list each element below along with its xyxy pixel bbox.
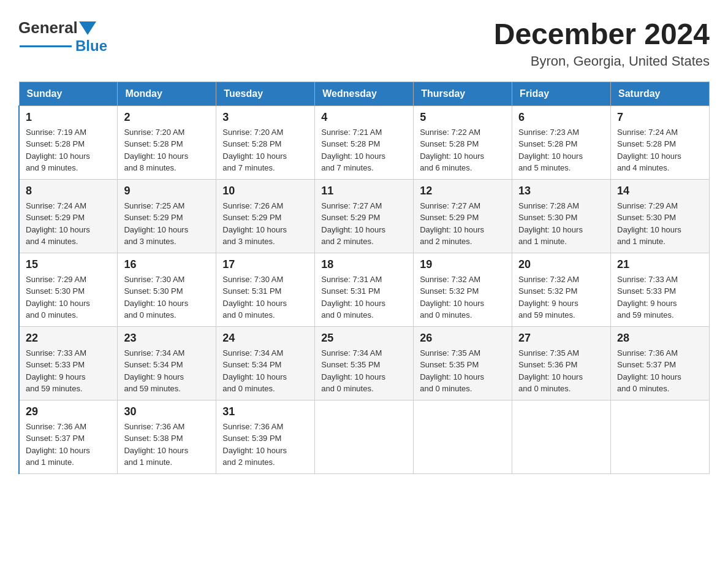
calendar-day-cell: 13Sunrise: 7:28 AMSunset: 5:30 PMDayligh…	[512, 179, 611, 253]
calendar-day-cell: 18Sunrise: 7:31 AMSunset: 5:31 PMDayligh…	[315, 253, 414, 326]
day-number: 27	[518, 332, 604, 345]
day-number: 23	[124, 332, 210, 345]
calendar-week-row: 15Sunrise: 7:29 AMSunset: 5:30 PMDayligh…	[19, 253, 710, 326]
day-number: 28	[617, 332, 703, 345]
day-info: Sunrise: 7:27 AMSunset: 5:29 PMDaylight:…	[420, 200, 506, 248]
day-info: Sunrise: 7:36 AMSunset: 5:37 PMDaylight:…	[26, 421, 111, 469]
logo: General Blue	[18, 18, 107, 55]
calendar-day-cell: 19Sunrise: 7:32 AMSunset: 5:32 PMDayligh…	[414, 253, 512, 326]
day-info: Sunrise: 7:35 AMSunset: 5:35 PMDaylight:…	[420, 347, 506, 395]
calendar-day-header: Sunday	[19, 82, 118, 105]
day-info: Sunrise: 7:29 AMSunset: 5:30 PMDaylight:…	[617, 200, 703, 248]
calendar-day-cell: 9Sunrise: 7:25 AMSunset: 5:29 PMDaylight…	[118, 179, 216, 253]
day-number: 15	[26, 258, 111, 271]
calendar-day-cell	[315, 400, 414, 473]
logo-line	[20, 45, 72, 47]
calendar-week-row: 1Sunrise: 7:19 AMSunset: 5:28 PMDaylight…	[19, 105, 710, 179]
calendar-day-header: Saturday	[611, 82, 710, 105]
day-info: Sunrise: 7:32 AMSunset: 5:32 PMDaylight:…	[420, 274, 506, 321]
day-number: 24	[222, 332, 308, 345]
calendar-day-cell: 14Sunrise: 7:29 AMSunset: 5:30 PMDayligh…	[611, 179, 710, 253]
day-number: 21	[617, 258, 703, 271]
day-info: Sunrise: 7:36 AMSunset: 5:38 PMDaylight:…	[124, 421, 210, 469]
day-number: 31	[222, 405, 308, 418]
day-number: 10	[222, 185, 308, 197]
day-number: 9	[124, 185, 210, 197]
logo-general-text: General	[18, 18, 78, 37]
day-info: Sunrise: 7:21 AMSunset: 5:28 PMDaylight:…	[321, 126, 407, 174]
day-info: Sunrise: 7:30 AMSunset: 5:31 PMDaylight:…	[222, 274, 308, 321]
day-info: Sunrise: 7:36 AMSunset: 5:39 PMDaylight:…	[222, 421, 308, 469]
page-header: General Blue December 2024 Byron, Georgi…	[18, 18, 710, 69]
page-subtitle: Byron, Georgia, United States	[494, 53, 710, 69]
calendar-day-header: Thursday	[414, 82, 512, 105]
calendar-header-row: SundayMondayTuesdayWednesdayThursdayFrid…	[19, 82, 710, 105]
day-info: Sunrise: 7:30 AMSunset: 5:30 PMDaylight:…	[124, 274, 210, 321]
day-info: Sunrise: 7:33 AMSunset: 5:33 PMDaylight:…	[26, 347, 111, 395]
calendar-day-header: Tuesday	[216, 82, 315, 105]
calendar-day-cell: 26Sunrise: 7:35 AMSunset: 5:35 PMDayligh…	[414, 326, 512, 400]
calendar-day-cell: 5Sunrise: 7:22 AMSunset: 5:28 PMDaylight…	[414, 105, 512, 179]
calendar-week-row: 8Sunrise: 7:24 AMSunset: 5:29 PMDaylight…	[19, 179, 710, 253]
day-info: Sunrise: 7:34 AMSunset: 5:35 PMDaylight:…	[321, 347, 407, 395]
day-number: 29	[26, 405, 111, 418]
day-number: 1	[26, 111, 111, 124]
day-number: 17	[222, 258, 308, 271]
day-info: Sunrise: 7:25 AMSunset: 5:29 PMDaylight:…	[124, 200, 210, 248]
calendar-day-cell: 25Sunrise: 7:34 AMSunset: 5:35 PMDayligh…	[315, 326, 414, 400]
calendar-day-cell: 21Sunrise: 7:33 AMSunset: 5:33 PMDayligh…	[611, 253, 710, 326]
calendar-day-header: Friday	[512, 82, 611, 105]
calendar-day-cell: 12Sunrise: 7:27 AMSunset: 5:29 PMDayligh…	[414, 179, 512, 253]
day-info: Sunrise: 7:28 AMSunset: 5:30 PMDaylight:…	[518, 200, 604, 248]
calendar-day-cell: 22Sunrise: 7:33 AMSunset: 5:33 PMDayligh…	[19, 326, 118, 400]
calendar-day-cell: 27Sunrise: 7:35 AMSunset: 5:36 PMDayligh…	[512, 326, 611, 400]
day-number: 16	[124, 258, 210, 271]
calendar-day-cell: 8Sunrise: 7:24 AMSunset: 5:29 PMDaylight…	[19, 179, 118, 253]
calendar-day-cell: 28Sunrise: 7:36 AMSunset: 5:37 PMDayligh…	[611, 326, 710, 400]
calendar-day-cell: 10Sunrise: 7:26 AMSunset: 5:29 PMDayligh…	[216, 179, 315, 253]
svg-marker-0	[79, 21, 96, 35]
calendar-table: SundayMondayTuesdayWednesdayThursdayFrid…	[18, 82, 710, 474]
day-number: 5	[420, 111, 506, 124]
logo-blue-text: Blue	[75, 37, 107, 55]
calendar-day-cell: 7Sunrise: 7:24 AMSunset: 5:28 PMDaylight…	[611, 105, 710, 179]
calendar-day-cell: 20Sunrise: 7:32 AMSunset: 5:32 PMDayligh…	[512, 253, 611, 326]
calendar-day-cell: 2Sunrise: 7:20 AMSunset: 5:28 PMDaylight…	[118, 105, 216, 179]
calendar-day-cell: 30Sunrise: 7:36 AMSunset: 5:38 PMDayligh…	[118, 400, 216, 473]
day-info: Sunrise: 7:26 AMSunset: 5:29 PMDaylight:…	[222, 200, 308, 248]
day-info: Sunrise: 7:23 AMSunset: 5:28 PMDaylight:…	[518, 126, 604, 174]
day-number: 25	[321, 332, 407, 345]
day-number: 13	[518, 185, 604, 197]
calendar-day-cell	[414, 400, 512, 473]
calendar-day-cell	[512, 400, 611, 473]
title-block: December 2024 Byron, Georgia, United Sta…	[494, 18, 710, 69]
day-info: Sunrise: 7:20 AMSunset: 5:28 PMDaylight:…	[222, 126, 308, 174]
calendar-day-header: Monday	[118, 82, 216, 105]
day-number: 26	[420, 332, 506, 345]
day-info: Sunrise: 7:27 AMSunset: 5:29 PMDaylight:…	[321, 200, 407, 248]
calendar-day-cell: 29Sunrise: 7:36 AMSunset: 5:37 PMDayligh…	[19, 400, 118, 473]
calendar-day-cell: 24Sunrise: 7:34 AMSunset: 5:34 PMDayligh…	[216, 326, 315, 400]
day-info: Sunrise: 7:33 AMSunset: 5:33 PMDaylight:…	[617, 274, 703, 321]
calendar-day-cell: 1Sunrise: 7:19 AMSunset: 5:28 PMDaylight…	[19, 105, 118, 179]
day-number: 3	[222, 111, 308, 124]
day-number: 22	[26, 332, 111, 345]
day-number: 20	[518, 258, 604, 271]
calendar-week-row: 29Sunrise: 7:36 AMSunset: 5:37 PMDayligh…	[19, 400, 710, 473]
calendar-day-cell	[611, 400, 710, 473]
day-number: 6	[518, 111, 604, 124]
calendar-day-cell: 23Sunrise: 7:34 AMSunset: 5:34 PMDayligh…	[118, 326, 216, 400]
day-number: 2	[124, 111, 210, 124]
day-info: Sunrise: 7:20 AMSunset: 5:28 PMDaylight:…	[124, 126, 210, 174]
calendar-day-cell: 4Sunrise: 7:21 AMSunset: 5:28 PMDaylight…	[315, 105, 414, 179]
page-title: December 2024	[494, 18, 710, 51]
calendar-day-cell: 15Sunrise: 7:29 AMSunset: 5:30 PMDayligh…	[19, 253, 118, 326]
calendar-day-cell: 17Sunrise: 7:30 AMSunset: 5:31 PMDayligh…	[216, 253, 315, 326]
day-info: Sunrise: 7:32 AMSunset: 5:32 PMDaylight:…	[518, 274, 604, 321]
day-info: Sunrise: 7:36 AMSunset: 5:37 PMDaylight:…	[617, 347, 703, 395]
day-number: 18	[321, 258, 407, 271]
calendar-day-cell: 3Sunrise: 7:20 AMSunset: 5:28 PMDaylight…	[216, 105, 315, 179]
calendar-day-header: Wednesday	[315, 82, 414, 105]
day-info: Sunrise: 7:34 AMSunset: 5:34 PMDaylight:…	[124, 347, 210, 395]
day-info: Sunrise: 7:24 AMSunset: 5:28 PMDaylight:…	[617, 126, 703, 174]
